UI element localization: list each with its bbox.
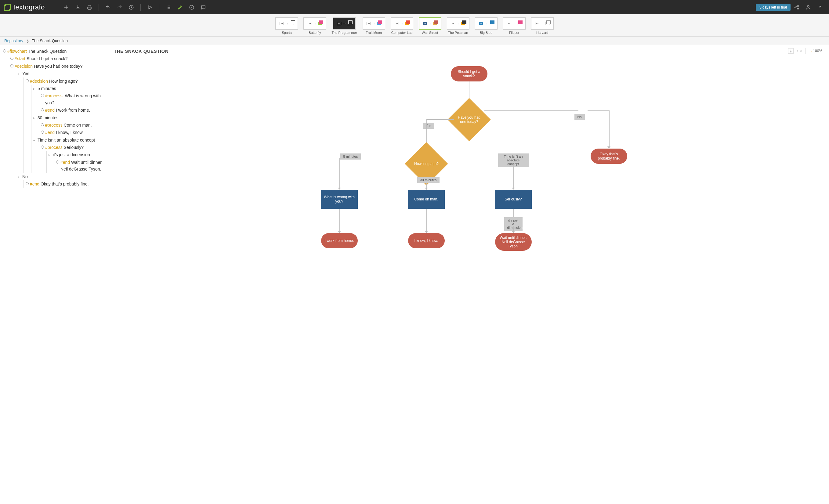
node-end-okay[interactable]: Okay that's probably fine. (590, 149, 627, 164)
trial-badge[interactable]: 5 days left in trial (756, 4, 791, 11)
breadcrumb-root[interactable]: Repository (4, 38, 23, 43)
label-5min: 5 minutes (340, 153, 361, 160)
breadcrumb: Repository ❯ The Snack Question (0, 37, 829, 45)
svg-point-8 (797, 51, 798, 51)
node-start[interactable]: Should I get a snack? (451, 66, 488, 81)
history-icon[interactable] (128, 4, 134, 10)
theme-harvard[interactable]: Aa→ Harvard (531, 17, 554, 35)
help-icon[interactable] (817, 4, 823, 10)
themes-bar: Aa→ Sparta Aa→ Butterfly Aa→ The Program… (0, 14, 829, 37)
theme-big-blue[interactable]: Aa→ Big Blue (475, 17, 498, 35)
theme-butterfly[interactable]: Aa→ Butterfly (303, 17, 326, 35)
redo-icon[interactable] (117, 4, 123, 10)
theme-wall-street[interactable]: Aa→ Wall Street (419, 17, 441, 35)
theme-postman[interactable]: Aa→ The Postman (447, 17, 469, 35)
main: #flowchart The Snack Question #start Sho… (0, 45, 829, 494)
node-process-comeon[interactable]: Come on man. (408, 190, 445, 209)
undo-icon[interactable] (105, 4, 111, 10)
top-bar: textografo 5 days left in trial (0, 0, 829, 14)
print-icon[interactable] (86, 4, 93, 10)
logo-text: textografo (13, 3, 45, 11)
canvas-header: THE SNACK QUESTION ▾ 100% (109, 45, 829, 57)
new-icon[interactable] (63, 4, 69, 10)
breadcrumb-current: The Snack Question (32, 38, 68, 43)
logo-icon (3, 3, 11, 11)
label-30min: 30 minutes (417, 177, 440, 183)
zoom-level[interactable]: ▾ 100% (808, 48, 824, 54)
theme-sparta[interactable]: Aa→ Sparta (275, 17, 298, 35)
svg-rect-7 (790, 51, 791, 52)
theme-flipper[interactable]: Aa→ Flipper (503, 17, 526, 35)
info-icon[interactable] (189, 4, 195, 10)
node-end-tyson[interactable]: Wait until dinner, Neil deGrasse Tyson. (495, 233, 532, 251)
node-end-know[interactable]: I know, I know. (408, 233, 445, 248)
logo[interactable]: textografo (3, 3, 45, 11)
orientation-vertical-icon[interactable] (788, 48, 794, 54)
theme-programmer[interactable]: Aa→ The Programmer (331, 17, 357, 35)
theme-computer-lab[interactable]: Aa→ Computer Lab (391, 17, 413, 35)
orientation-horizontal-icon[interactable] (797, 48, 802, 54)
node-end-home[interactable]: I work from home. (321, 233, 358, 248)
outline-panel[interactable]: #flowchart The Snack Question #start Sho… (0, 45, 109, 494)
svg-point-5 (807, 5, 809, 7)
node-process-wrong[interactable]: What is wrong with you? (321, 190, 358, 209)
canvas-area[interactable]: THE SNACK QUESTION ▾ 100% Should I get a… (109, 45, 829, 494)
download-icon[interactable] (75, 4, 81, 10)
canvas-title: THE SNACK QUESTION (114, 48, 169, 54)
flowchart[interactable]: Should I get a snack? Have you had one t… (314, 63, 625, 265)
theme-fruit-moon[interactable]: Aa→ Fruit Moon (363, 17, 385, 35)
comment-icon[interactable] (200, 4, 206, 10)
svg-point-6 (791, 50, 791, 50)
svg-rect-9 (800, 50, 801, 52)
play-icon[interactable] (147, 4, 153, 10)
label-yes: Yes (423, 123, 434, 129)
chevron-right-icon: ❯ (26, 39, 29, 43)
node-decision-1[interactable]: Have you had one today? (447, 98, 491, 141)
node-process-seriously[interactable]: Seriously? (495, 190, 532, 209)
highlight-icon[interactable] (177, 4, 183, 10)
label-no: No (574, 114, 585, 120)
share-icon[interactable] (794, 4, 800, 10)
user-icon[interactable] (805, 4, 811, 10)
list-icon[interactable] (166, 4, 172, 10)
